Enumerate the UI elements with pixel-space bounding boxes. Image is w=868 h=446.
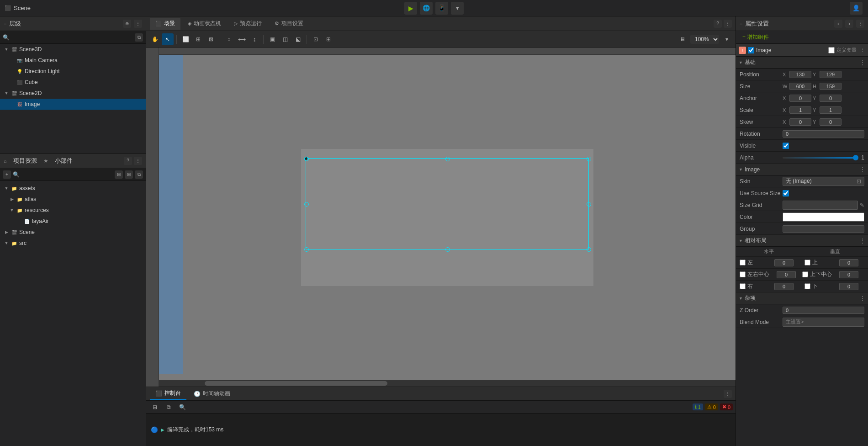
size-grid-input[interactable]	[783, 201, 858, 210]
section-misc-menu[interactable]: ⋮	[860, 295, 865, 302]
anchor-y-input[interactable]: 0	[820, 95, 842, 102]
console-menu-button[interactable]: ⋮	[724, 390, 732, 398]
tree-item-main-camera[interactable]: 📷 Main Camera	[0, 55, 146, 66]
tree-item-scene3d[interactable]: ▼ 🎬 Scene3D	[0, 44, 146, 55]
rl-down-input[interactable]: 0	[839, 283, 858, 290]
scene-canvas[interactable]	[301, 149, 593, 286]
handle-bl[interactable]	[304, 247, 308, 251]
tool-grid3[interactable]: ⬕	[292, 33, 304, 45]
handle-ml[interactable]	[304, 202, 308, 206]
assets-filter-button[interactable]: ⊟	[115, 170, 123, 179]
scale-y-input[interactable]: 1	[820, 106, 842, 114]
tree-item-direction-light[interactable]: 💡 Direction Light	[0, 66, 146, 77]
add-component-button[interactable]: + 增加组件	[740, 32, 772, 42]
size-h-input[interactable]: 159	[820, 83, 842, 90]
tree-item-src[interactable]: ▼ 📁 src	[0, 238, 146, 249]
hierarchy-add-button[interactable]: ⊕	[123, 20, 131, 28]
tool-grid4[interactable]: ⊞	[323, 33, 334, 45]
component-enabled-checkbox[interactable]	[748, 47, 754, 53]
canvas-area[interactable]	[146, 48, 736, 387]
assets-add-button[interactable]: +	[3, 170, 11, 179]
rl-tbcenter-input[interactable]: 0	[839, 271, 858, 278]
tab-scene[interactable]: ⬛ 场景	[150, 18, 180, 30]
handle-br[interactable]	[587, 247, 590, 251]
color-swatch[interactable]	[783, 212, 864, 222]
rl-left-input[interactable]: 0	[774, 259, 794, 266]
position-y-input[interactable]: 129	[820, 71, 842, 78]
handle-mr[interactable]	[587, 202, 590, 206]
rl-down-check[interactable]	[804, 283, 810, 289]
hierarchy-menu-button[interactable]: ⋮	[134, 20, 142, 28]
tool-grid1[interactable]: ▣	[266, 33, 278, 45]
rl-lrcenter-input[interactable]: 0	[777, 271, 796, 278]
tool-move-d[interactable]: ↨	[249, 33, 260, 45]
tool-rect3[interactable]: ⊠	[205, 33, 217, 45]
scene-help-button[interactable]: ?	[714, 20, 722, 28]
section-image-header[interactable]: ▼ Image ⋮	[736, 164, 868, 175]
section-basic-header[interactable]: ▼ 基础 ⋮	[736, 57, 868, 69]
canvas-scrollbar-thumb[interactable]	[205, 381, 387, 386]
rl-right-input[interactable]: 0	[774, 283, 794, 290]
assets-tab-project[interactable]: 项目资源	[11, 157, 40, 165]
console-search-button[interactable]: 🔍	[176, 401, 188, 413]
skew-x-input[interactable]: 0	[789, 118, 811, 126]
blend-mode-select[interactable]: 主设置>	[783, 318, 864, 327]
props-menu[interactable]: ⋮	[856, 20, 864, 28]
scale-x-input[interactable]: 1	[789, 106, 811, 114]
assets-tab-widget[interactable]: 小部件	[52, 157, 75, 165]
user-button[interactable]: 👤	[850, 2, 863, 15]
rl-tbcenter-check[interactable]	[802, 271, 808, 277]
console-copy-button[interactable]: ⧉	[163, 401, 175, 413]
alpha-slider[interactable]	[783, 157, 858, 159]
z-order-input[interactable]: 0	[783, 307, 864, 314]
section-basic-menu[interactable]: ⋮	[860, 59, 865, 66]
tree-item-cube[interactable]: ⬛ Cube	[0, 77, 146, 88]
tab-timeline[interactable]: 🕐 时间轴动画	[188, 388, 236, 400]
group-input[interactable]	[783, 225, 864, 233]
rl-left-check[interactable]	[740, 260, 746, 265]
tab-animation-state[interactable]: ◈ 动画状态机	[182, 18, 227, 30]
tool-rect1[interactable]: ⬜	[180, 33, 191, 45]
handle-tc[interactable]	[445, 157, 449, 160]
define-var-checkbox[interactable]	[828, 47, 835, 53]
component-menu[interactable]: ⋮	[860, 47, 865, 53]
tool-rect2[interactable]: ⊞	[192, 33, 204, 45]
hierarchy-copy-button[interactable]: ⧉	[135, 33, 143, 42]
handle-bc[interactable]	[445, 247, 449, 251]
tool-select[interactable]: ↖	[162, 33, 174, 45]
rl-lrcenter-check[interactable]	[740, 271, 746, 277]
console-clear-button[interactable]: ⊟	[149, 401, 161, 413]
handle-tr[interactable]	[587, 157, 590, 160]
tool-move-v[interactable]: ↕	[223, 33, 235, 45]
tool-pin[interactable]: ⊡	[310, 33, 322, 45]
rl-up-check[interactable]	[804, 260, 810, 265]
mobile-button[interactable]: 📱	[435, 2, 448, 15]
tree-item-atlas[interactable]: ▶ 📁 atlas	[0, 194, 146, 205]
assets-help-button[interactable]: ?	[124, 157, 132, 165]
props-nav-prev[interactable]: ‹	[834, 20, 842, 28]
tree-item-scene-asset[interactable]: ▶ 🎬 Scene	[0, 227, 146, 238]
tab-console[interactable]: ⬛ 控制台	[150, 388, 186, 400]
section-misc-header[interactable]: ▼ 杂项 ⋮	[736, 292, 868, 304]
zoom-select[interactable]: 100% 75% 50% 150%	[690, 35, 719, 44]
section-image-menu[interactable]: ⋮	[860, 166, 865, 173]
rl-right-check[interactable]	[740, 283, 746, 289]
position-x-input[interactable]: 130	[789, 71, 811, 78]
assets-search-input[interactable]	[21, 171, 113, 178]
section-relative-layout-header[interactable]: ▼ 相对布局 ⋮	[736, 235, 868, 247]
tool-move-h[interactable]: ⟷	[236, 33, 248, 45]
scene-menu-button[interactable]: ⋮	[724, 20, 732, 28]
zoom-more-btn[interactable]: ▾	[721, 33, 733, 45]
tool-grid2[interactable]: ◫	[279, 33, 291, 45]
tree-item-assets[interactable]: ▼ 📁 assets	[0, 183, 146, 194]
canvas-viewport[interactable]	[159, 55, 736, 380]
more-button[interactable]: ▾	[451, 2, 464, 15]
image-selection-box[interactable]	[306, 158, 589, 250]
globe-button[interactable]: 🌐	[420, 2, 433, 15]
size-grid-edit-button[interactable]: ✎	[860, 202, 864, 208]
tab-preview[interactable]: ▷ 预览运行	[228, 18, 267, 30]
play-button[interactable]: ▶	[404, 2, 417, 15]
visible-checkbox[interactable]	[783, 143, 789, 149]
assets-copy-button[interactable]: ⧉	[135, 170, 143, 179]
props-nav-next[interactable]: ›	[845, 20, 853, 28]
